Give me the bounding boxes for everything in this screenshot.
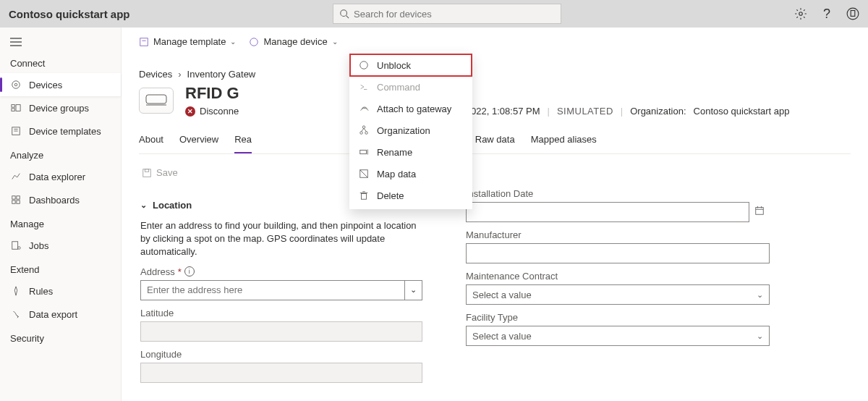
topbar-actions: ? [794, 7, 859, 20]
svg-rect-16 [12, 196, 15, 199]
svg-point-25 [250, 38, 258, 46]
maint-contract-label: Maintenance Contract [466, 271, 770, 282]
organization-icon [358, 124, 370, 136]
help-icon[interactable]: ? [820, 7, 833, 20]
longitude-label: Longitude [140, 349, 422, 360]
device-status-row: ✕ Disconne [185, 106, 239, 117]
info-icon[interactable]: i [184, 266, 195, 277]
sidebar-item-label: Rules [29, 286, 53, 297]
menu-item-mapdata[interactable]: Map data [349, 163, 472, 185]
hamburger-icon[interactable] [0, 33, 121, 51]
save-icon [142, 168, 152, 178]
sidebar-item-device-groups[interactable]: Device groups [0, 96, 121, 119]
data-explorer-icon [10, 171, 22, 182]
menu-item-unblock[interactable]: Unblock [349, 54, 472, 77]
tab-rea[interactable]: Rea [234, 130, 252, 153]
sidebar-item-data-export[interactable]: Data export [0, 303, 121, 326]
save-label: Save [156, 167, 178, 178]
menu-item-attach[interactable]: Attach to gateway [349, 98, 472, 119]
tab-about[interactable]: About [139, 130, 163, 153]
breadcrumb-root[interactable]: Devices [139, 69, 172, 80]
menu-item-rename[interactable]: Rename [349, 141, 472, 163]
address-input[interactable] [140, 280, 405, 300]
sidebar-item-data-explorer[interactable]: Data explorer [0, 165, 121, 188]
menu-item-delete[interactable]: Delete [349, 185, 472, 206]
data-export-icon [10, 308, 22, 320]
device-tabs: About Overview Rea Devices Commands Raw … [139, 130, 851, 154]
svg-point-29 [360, 132, 363, 135]
device-hero-icon [139, 88, 174, 114]
feedback-icon[interactable] [846, 7, 859, 20]
menu-item-label: Command [377, 82, 420, 93]
manage-template-label: Manage template [153, 36, 226, 47]
svg-rect-10 [12, 105, 14, 108]
breadcrumb-item[interactable]: Inventory Gatew [187, 69, 256, 80]
address-dropdown-toggle[interactable]: ⌄ [405, 280, 422, 300]
form-left-col: ⌄ Location Enter an address to find your… [140, 188, 422, 383]
device-groups-icon [10, 102, 22, 114]
search-input[interactable] [354, 9, 555, 20]
save-button[interactable]: Save [140, 164, 179, 181]
select-placeholder: Select a value [472, 290, 532, 300]
device-templates-icon [10, 125, 22, 137]
svg-line-36 [360, 170, 368, 178]
svg-rect-17 [17, 196, 20, 199]
menu-item-organization[interactable]: Organization [349, 119, 472, 141]
device-header: RFID G ✕ Disconne 7/2022, 1:08:57 PM | S… [139, 84, 851, 117]
breadcrumb: Devices › Inventory Gatew [139, 69, 851, 80]
svg-rect-20 [12, 242, 18, 250]
svg-line-32 [364, 128, 367, 131]
delete-icon [358, 190, 370, 201]
sidebar-item-label: Data export [29, 309, 77, 320]
install-date-label: Installation Date [466, 188, 770, 199]
settings-icon[interactable] [794, 7, 807, 20]
svg-rect-44 [756, 208, 764, 215]
required-asterisk: * [178, 266, 182, 277]
sidebar-item-device-templates[interactable]: Device templates [0, 119, 121, 143]
svg-point-28 [362, 126, 365, 129]
tab-mapped[interactable]: Mapped aliases [531, 130, 597, 153]
svg-rect-42 [143, 169, 151, 177]
chevron-down-icon: ⌄ [757, 290, 763, 300]
svg-rect-43 [145, 169, 148, 172]
sidebar-item-dashboards[interactable]: Dashboards [0, 188, 121, 211]
sidebar-item-label: Device groups [29, 103, 89, 114]
topbar: Contoso quickstart app ? [0, 0, 868, 28]
command-icon [358, 81, 370, 93]
search-box[interactable] [333, 4, 561, 24]
sidebar-item-label: Device templates [29, 126, 101, 137]
device-org-value: Contoso quickstart app [694, 106, 790, 117]
dashboards-icon [10, 194, 22, 206]
svg-line-31 [362, 128, 365, 131]
facility-type-select[interactable]: Select a value ⌄ [466, 326, 770, 346]
jobs-icon [10, 240, 22, 251]
svg-line-1 [346, 16, 349, 19]
latitude-input [140, 321, 422, 342]
device-title: RFID G [185, 84, 239, 103]
manage-device-button[interactable]: Manage device ⌄ [249, 36, 337, 47]
sidebar-item-rules[interactable]: Rules [0, 279, 121, 303]
menu-item-label: Unblock [377, 60, 411, 71]
svg-rect-37 [362, 193, 367, 199]
manufacturer-input[interactable] [466, 243, 770, 263]
chevron-down-icon: ⌄ [410, 285, 417, 295]
menu-item-label: Organization [377, 125, 430, 136]
svg-point-2 [799, 12, 803, 16]
chevron-down-icon: ⌄ [757, 332, 763, 341]
maint-contract-select[interactable]: Select a value ⌄ [466, 284, 770, 305]
sidebar-item-devices[interactable]: Devices [0, 73, 121, 96]
sidebar-item-jobs[interactable]: Jobs [0, 234, 121, 257]
meta-separator: | [547, 106, 549, 117]
tab-rawdata[interactable]: Raw data [475, 130, 515, 153]
manage-template-button[interactable]: Manage template ⌄ [139, 36, 236, 47]
facility-type-label: Facility Type [466, 312, 770, 323]
svg-rect-18 [12, 200, 15, 203]
install-date-input[interactable] [466, 202, 749, 222]
svg-point-26 [360, 62, 368, 69]
manage-device-label: Manage device [263, 36, 327, 47]
device-icon [249, 37, 259, 47]
tab-overview[interactable]: Overview [179, 130, 218, 153]
menu-item-label: Rename [377, 147, 412, 158]
calendar-icon[interactable] [749, 199, 770, 222]
svg-point-30 [365, 132, 368, 135]
